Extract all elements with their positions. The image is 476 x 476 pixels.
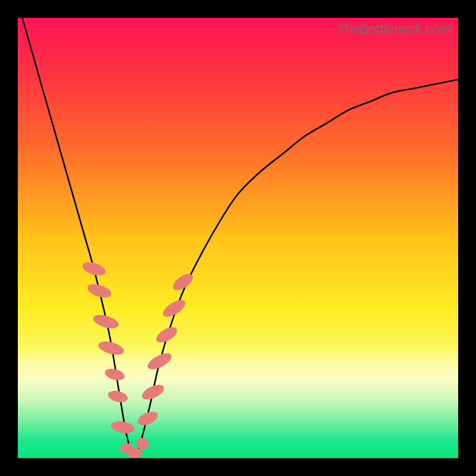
bead	[81, 259, 107, 278]
bottleneck-curve	[22, 18, 458, 455]
bead	[86, 281, 112, 300]
bead	[154, 324, 180, 346]
bead	[104, 367, 126, 382]
watermark-text: TheBottleneck.com	[337, 21, 451, 37]
bead	[145, 350, 174, 372]
bead	[110, 419, 136, 435]
plot-area: TheBottleneck.com	[18, 18, 458, 458]
curve-beads	[81, 259, 196, 458]
chart-frame: TheBottleneck.com	[0, 0, 476, 476]
bead	[140, 382, 166, 403]
bead	[127, 447, 142, 458]
bead	[107, 389, 129, 404]
curve-layer	[18, 18, 458, 458]
